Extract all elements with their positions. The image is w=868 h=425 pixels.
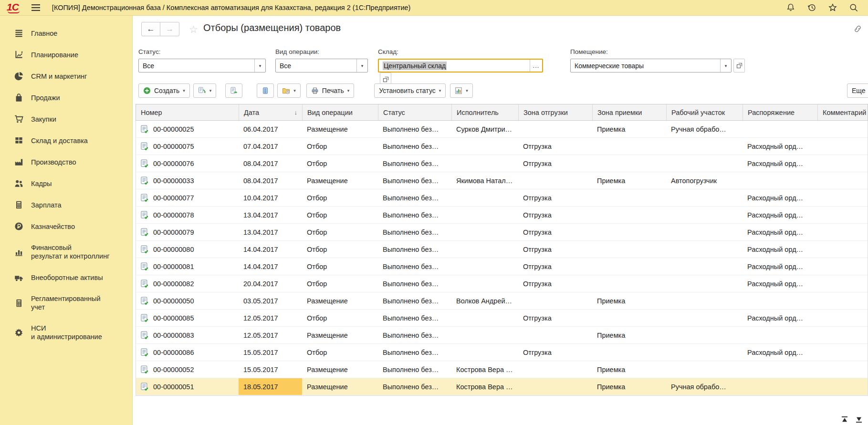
cell[interactable]: 00-00000083 xyxy=(136,327,239,343)
table-row[interactable]: 00-0000007608.04.2017ОтборВыполнено без…… xyxy=(136,155,868,172)
1c-logo[interactable]: 1С xyxy=(7,2,19,13)
scroll-to-bottom-button[interactable] xyxy=(854,415,864,424)
cell[interactable]: Отбор xyxy=(302,241,378,258)
cell[interactable]: Выполнено без… xyxy=(378,224,451,240)
cell[interactable]: Выполнено без… xyxy=(378,275,451,292)
cell[interactable]: Отгрузка xyxy=(518,310,592,326)
column-header[interactable]: Рабочий участок xyxy=(666,104,743,120)
cell[interactable]: Размещение xyxy=(302,172,378,189)
cell[interactable] xyxy=(592,155,666,172)
cell[interactable]: Выполнено без… xyxy=(378,292,451,309)
cell[interactable] xyxy=(592,189,666,206)
recent-documents-button[interactable]: ▾ xyxy=(277,83,301,98)
history-icon[interactable] xyxy=(807,3,816,12)
cell[interactable]: 13.04.2017 xyxy=(239,207,302,223)
chevron-down-icon[interactable]: ▾ xyxy=(720,59,731,72)
status-combobox[interactable]: Все ▾ xyxy=(138,59,266,73)
cell[interactable]: 00-00000077 xyxy=(136,189,239,206)
cell[interactable]: Расходный орд… xyxy=(743,258,817,275)
sidebar-item-menu[interactable]: Главное xyxy=(0,22,132,44)
cell[interactable]: 12.05.2017 xyxy=(239,310,302,326)
cell[interactable] xyxy=(666,138,743,155)
more-button[interactable]: Еще▾ xyxy=(847,83,868,98)
cell[interactable]: 00-00000085 xyxy=(136,310,239,326)
cell[interactable]: Отбор xyxy=(302,258,378,275)
favorites-star-icon[interactable] xyxy=(828,3,837,12)
cell[interactable] xyxy=(592,344,666,361)
cell[interactable]: Якимова Натал… xyxy=(451,172,518,189)
table-row[interactable]: 00-0000008615.05.2017ОтборВыполнено без…… xyxy=(136,344,868,361)
cell[interactable]: Отбор xyxy=(302,207,378,223)
cell[interactable] xyxy=(817,138,868,155)
cell[interactable] xyxy=(451,189,518,206)
cell[interactable]: Расходный орд… xyxy=(743,275,817,292)
cell[interactable]: 00-00000076 xyxy=(136,155,239,172)
cell[interactable]: Расходный орд… xyxy=(743,344,817,361)
search-icon[interactable] xyxy=(849,3,858,12)
sidebar-item-coin[interactable]: Казначейство xyxy=(0,216,132,237)
cell[interactable]: 14.04.2017 xyxy=(239,258,302,275)
cell[interactable]: Кострова Вера … xyxy=(451,361,518,378)
cell[interactable] xyxy=(518,378,592,395)
cell[interactable]: 00-00000052 xyxy=(136,361,239,378)
cell[interactable] xyxy=(451,155,518,172)
sidebar-item-bag[interactable]: Продажи xyxy=(0,87,132,108)
cell[interactable] xyxy=(451,241,518,258)
cell[interactable]: Расходный орд… xyxy=(743,310,817,326)
cell[interactable]: Расходный орд… xyxy=(743,155,817,172)
table-row[interactable]: 00-0000008014.04.2017ОтборВыполнено без…… xyxy=(136,241,868,258)
cell[interactable]: Выполнено без… xyxy=(378,327,451,343)
cell[interactable]: Приемка xyxy=(592,378,666,395)
cell[interactable]: Отбор xyxy=(302,155,378,172)
cell[interactable]: 00-00000081 xyxy=(136,258,239,275)
cell[interactable] xyxy=(518,121,592,137)
cell[interactable]: Приемка xyxy=(592,121,666,137)
cell[interactable]: 00-00000051 xyxy=(136,378,239,395)
cell[interactable]: 14.04.2017 xyxy=(239,241,302,258)
cell[interactable]: Ручная обрабо… xyxy=(666,121,743,137)
cell[interactable]: Отгрузка xyxy=(518,138,592,155)
cell[interactable] xyxy=(518,292,592,309)
column-header[interactable]: Зона приемки xyxy=(592,104,666,120)
table-row[interactable]: 00-0000007913.04.2017ОтборВыполнено без…… xyxy=(136,224,868,241)
cell[interactable]: Размещение xyxy=(302,361,378,378)
cell[interactable] xyxy=(817,327,868,343)
cell[interactable]: Выполнено без… xyxy=(378,241,451,258)
cell[interactable] xyxy=(451,275,518,292)
cell[interactable]: 18.05.2017 xyxy=(239,378,302,395)
chevron-down-icon[interactable]: ▾ xyxy=(254,59,265,72)
cell[interactable]: Выполнено без… xyxy=(378,207,451,223)
cell[interactable] xyxy=(592,138,666,155)
cell[interactable] xyxy=(451,138,518,155)
cell[interactable]: Расходный орд… xyxy=(743,241,817,258)
cell[interactable] xyxy=(817,241,868,258)
cell[interactable]: Отбор xyxy=(302,189,378,206)
table-row[interactable]: 00-0000008312.05.2017РазмещениеВыполнено… xyxy=(136,327,868,344)
back-button[interactable]: ← xyxy=(141,22,160,36)
cell[interactable]: Отгрузка xyxy=(518,155,592,172)
cell[interactable]: Выполнено без… xyxy=(378,121,451,137)
cell[interactable]: 00-00000080 xyxy=(136,241,239,258)
cell[interactable] xyxy=(817,121,868,137)
cell[interactable] xyxy=(666,327,743,343)
cell[interactable]: Расходный орд… xyxy=(743,224,817,240)
cell[interactable] xyxy=(518,361,592,378)
cell[interactable] xyxy=(817,292,868,309)
cell[interactable] xyxy=(817,344,868,361)
table-row[interactable]: 00-0000007507.04.2017ОтборВыполнено без…… xyxy=(136,138,868,155)
cell[interactable]: 00-00000075 xyxy=(136,138,239,155)
cell[interactable]: 13.04.2017 xyxy=(239,224,302,240)
column-header[interactable]: Вид операции xyxy=(302,104,378,120)
cell[interactable]: Расходный орд… xyxy=(743,207,817,223)
table-row[interactable]: 00-0000005118.05.2017РазмещениеВыполнено… xyxy=(136,378,868,395)
table-row[interactable]: 00-0000005003.05.2017РазмещениеВыполнено… xyxy=(136,292,868,310)
cell[interactable] xyxy=(592,224,666,240)
cell[interactable]: Выполнено без… xyxy=(378,378,451,395)
cell[interactable]: 08.04.2017 xyxy=(239,155,302,172)
cell[interactable]: 03.05.2017 xyxy=(239,292,302,309)
cell[interactable] xyxy=(666,155,743,172)
cell[interactable] xyxy=(666,207,743,223)
sidebar-item-gear[interactable]: НСИ и администрирование xyxy=(0,318,132,347)
cell[interactable]: Отгрузка xyxy=(518,241,592,258)
cell[interactable] xyxy=(743,172,817,189)
